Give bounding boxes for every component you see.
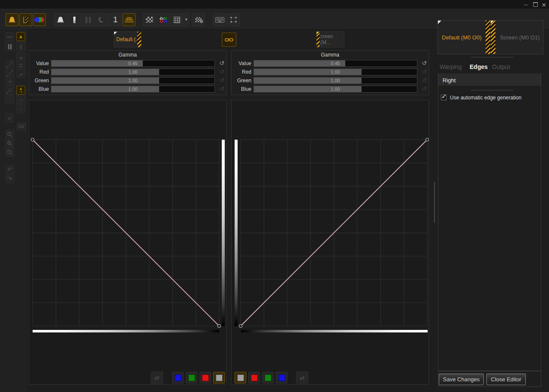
title-bar: — ×	[0, 0, 549, 9]
node-diagonal-icon-2	[6, 69, 14, 77]
bezier-handle-tool-button[interactable]	[5, 69, 14, 78]
multi-handle-tool-button[interactable]	[5, 86, 14, 95]
double-bar-button[interactable]	[81, 13, 94, 26]
channel-white-button[interactable]	[235, 372, 246, 383]
warp-grid-button[interactable]	[123, 13, 136, 26]
channel-blue-button[interactable]	[276, 372, 287, 383]
auto-edge-checkbox[interactable]: ✓	[441, 95, 446, 100]
gamma-curve-left[interactable]	[33, 140, 219, 326]
reset-icon[interactable]: ↺	[422, 85, 427, 92]
move-vertical-tool-button[interactable]: ▲▼	[16, 42, 25, 51]
identify-number-button[interactable]: 1	[109, 13, 122, 26]
combo-divider	[182, 15, 182, 24]
redo-button[interactable]: ↷	[5, 174, 14, 183]
number-one-icon: 1	[113, 15, 118, 24]
link-screens-button[interactable]	[222, 33, 236, 47]
edge-blend-view-button[interactable]	[19, 13, 32, 26]
auto-edge-label: Use automatic edge generation	[450, 95, 522, 101]
channel-green-button[interactable]	[186, 372, 197, 383]
gamma-red-slider[interactable]: 1.00	[253, 69, 417, 75]
tab-output[interactable]: Output	[492, 63, 510, 70]
gamma-red-number: 1.00	[254, 69, 417, 75]
tab-default-screen[interactable]: Default (..	[114, 31, 142, 48]
minimize-button[interactable]: —	[522, 2, 529, 7]
checkerboard-gear-icon: ⚙	[195, 17, 202, 22]
gamma-red-label: Red	[29, 69, 49, 75]
gamma-blue-slider[interactable]: 1.00	[51, 86, 215, 93]
undo-button[interactable]: ↶	[5, 165, 14, 174]
channel-blue-button[interactable]	[172, 372, 184, 383]
gamma-green-slider[interactable]: 1.00	[253, 77, 417, 84]
gamma-green-slider[interactable]: 1.00	[51, 77, 215, 84]
color-view-button[interactable]	[33, 13, 46, 26]
swap-view-button[interactable]: ⇄	[5, 114, 14, 123]
splitter-scrollbar[interactable]	[434, 182, 435, 223]
green-chip	[265, 374, 271, 381]
edge-select-tool-button[interactable]: ▲	[16, 32, 25, 41]
white-lamp-button[interactable]	[54, 13, 67, 26]
rotate-tool-button[interactable]: △↻	[16, 95, 25, 104]
selection-points-icon	[229, 16, 238, 23]
reset-icon[interactable]: ↺	[422, 60, 427, 66]
gamma-red-slider[interactable]: 1.00	[51, 69, 215, 75]
projector-view-button[interactable]	[6, 13, 18, 26]
refresh-curve-button[interactable]: ⇄	[296, 371, 308, 384]
gamma-value-number: 0.45	[51, 61, 214, 66]
nested-triangle-tool-button[interactable]: △	[16, 104, 25, 113]
night-mode-button[interactable]: ☾	[95, 13, 108, 26]
channel-green-button[interactable]	[262, 372, 274, 383]
pause-bars-tool-button[interactable]	[5, 42, 14, 51]
gamma-value-slider[interactable]: 0.45	[51, 60, 215, 67]
single-bar-button[interactable]	[68, 13, 81, 26]
pattern-settings-button[interactable]: ⚙	[192, 13, 205, 26]
reset-icon[interactable]: ↺	[422, 77, 427, 84]
uv-mode-button[interactable]: UV	[17, 123, 26, 131]
color-checkerboard-pattern-button[interactable]	[157, 13, 169, 26]
channel-red-button[interactable]	[248, 372, 260, 383]
reset-icon[interactable]: ↺	[219, 77, 224, 84]
refresh-curve-button[interactable]: ⇄	[151, 371, 163, 384]
gamma-green-label: Green	[232, 78, 251, 84]
gamma-row-red: Red 1.00 ↺	[29, 68, 226, 77]
zoom-out-button[interactable]	[5, 148, 14, 157]
maximize-button[interactable]	[532, 2, 539, 7]
edge-selection-label: Right	[443, 77, 455, 84]
edge-selection-row[interactable]: Right	[438, 75, 541, 86]
reset-icon[interactable]: ↺	[219, 85, 224, 92]
keyframe-tool-button[interactable]	[5, 32, 14, 41]
grid-pattern-dropdown-button[interactable]: ▼	[170, 13, 189, 26]
close-editor-button[interactable]: Close Editor	[486, 374, 526, 385]
tab-edges[interactable]: Edges	[470, 63, 488, 70]
distribute-tool-button[interactable]: ▲▼ ▲▼	[16, 60, 25, 69]
zoom-in-button[interactable]	[5, 130, 14, 139]
tab-screen-m0o1[interactable]: creen (M...	[316, 31, 344, 48]
guide-cross-tool-button[interactable]	[5, 95, 14, 104]
edge-direction-tool-button[interactable]: ▲→	[16, 86, 25, 95]
keyboard-shortcuts-button[interactable]	[213, 13, 226, 26]
point-selection-button[interactable]	[227, 13, 240, 26]
sidebar-divider-2	[471, 90, 513, 90]
gamma-value-slider[interactable]: 0.45	[253, 60, 417, 67]
output-corner-marker-2	[491, 21, 494, 24]
channel-red-button[interactable]	[199, 372, 211, 383]
bezier-node-tool-button[interactable]	[5, 60, 14, 69]
close-button[interactable]: ×	[540, 2, 547, 7]
output-default-thumb[interactable]: Default (M0 O0)	[438, 21, 486, 54]
reset-icon[interactable]: ↺	[219, 60, 224, 66]
node-multi-icon	[6, 87, 14, 94]
checkerboard-pattern-button[interactable]	[143, 13, 156, 26]
gamma-curve-right[interactable]	[241, 140, 427, 326]
channel-white-button[interactable]	[213, 372, 225, 383]
tab-warping[interactable]: Warping	[440, 63, 462, 70]
scale-tool-button[interactable]: ▴▲	[16, 52, 25, 61]
nudge-tool-button[interactable]: ▴▼	[16, 69, 25, 78]
save-changes-button[interactable]: Save Changes	[439, 374, 484, 385]
dropdown-arrow-icon: ▼	[185, 18, 187, 21]
output-screen-thumb[interactable]: Screen (M0 O1)	[496, 21, 544, 54]
zoom-fit-button[interactable]	[5, 139, 14, 148]
reset-icon[interactable]: ↺	[219, 68, 224, 75]
add-node-tool-button[interactable]	[5, 77, 14, 86]
reset-icon[interactable]: ↺	[422, 68, 427, 75]
gamma-blue-slider[interactable]: 1.00	[253, 86, 417, 93]
tab-screen-label: creen (M...	[320, 32, 344, 47]
